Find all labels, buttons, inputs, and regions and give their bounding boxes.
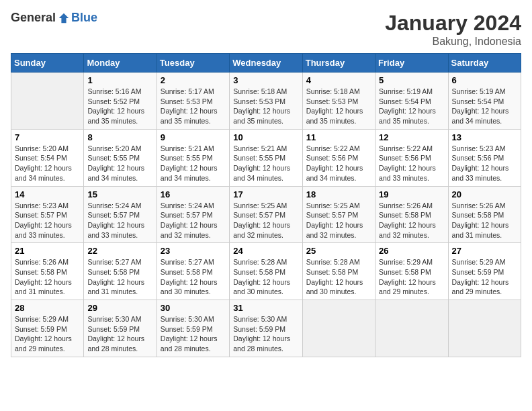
- calendar-header: SundayMondayTuesdayWednesdayThursdayFrid…: [11, 54, 521, 73]
- calendar-cell: 17Sunrise: 5:25 AM Sunset: 5:57 PM Dayli…: [230, 186, 302, 243]
- day-info: Sunrise: 5:27 AM Sunset: 5:58 PM Dayligh…: [161, 257, 226, 297]
- calendar-cell: 16Sunrise: 5:24 AM Sunset: 5:57 PM Dayli…: [157, 186, 229, 243]
- day-number: 22: [87, 246, 152, 256]
- calendar-cell: 31Sunrise: 5:30 AM Sunset: 5:59 PM Dayli…: [230, 300, 302, 357]
- day-number: 30: [161, 303, 226, 313]
- week-row-4: 21Sunrise: 5:26 AM Sunset: 5:58 PM Dayli…: [11, 243, 521, 300]
- day-number: 20: [452, 189, 517, 199]
- day-info: Sunrise: 5:24 AM Sunset: 5:57 PM Dayligh…: [161, 201, 226, 240]
- calendar-cell: 5Sunrise: 5:19 AM Sunset: 5:54 PM Daylig…: [375, 73, 448, 130]
- calendar-cell: 29Sunrise: 5:30 AM Sunset: 5:59 PM Dayli…: [84, 300, 157, 357]
- day-info: Sunrise: 5:25 AM Sunset: 5:57 PM Dayligh…: [233, 201, 298, 240]
- day-info: Sunrise: 5:25 AM Sunset: 5:57 PM Dayligh…: [306, 201, 371, 240]
- calendar-cell: 10Sunrise: 5:21 AM Sunset: 5:55 PM Dayli…: [230, 129, 302, 186]
- calendar-cell: 1Sunrise: 5:16 AM Sunset: 5:52 PM Daylig…: [84, 73, 157, 130]
- day-info: Sunrise: 5:19 AM Sunset: 5:54 PM Dayligh…: [379, 87, 444, 126]
- day-number: 7: [15, 132, 80, 142]
- calendar-cell: 14Sunrise: 5:23 AM Sunset: 5:57 PM Dayli…: [11, 186, 84, 243]
- subtitle: Bakung, Indonesia: [385, 36, 521, 48]
- day-number: 6: [452, 75, 517, 85]
- day-info: Sunrise: 5:23 AM Sunset: 5:57 PM Dayligh…: [15, 201, 80, 240]
- header-tuesday: Tuesday: [157, 54, 229, 73]
- day-number: 3: [233, 75, 298, 85]
- day-info: Sunrise: 5:28 AM Sunset: 5:58 PM Dayligh…: [306, 257, 371, 297]
- day-info: Sunrise: 5:30 AM Sunset: 5:59 PM Dayligh…: [161, 314, 226, 354]
- calendar-cell: 3Sunrise: 5:18 AM Sunset: 5:53 PM Daylig…: [230, 73, 302, 130]
- week-row-1: 1Sunrise: 5:16 AM Sunset: 5:52 PM Daylig…: [11, 73, 521, 130]
- day-number: 10: [233, 132, 298, 142]
- calendar-cell: 26Sunrise: 5:29 AM Sunset: 5:58 PM Dayli…: [375, 243, 448, 300]
- day-number: 26: [379, 246, 444, 256]
- day-info: Sunrise: 5:17 AM Sunset: 5:53 PM Dayligh…: [161, 87, 226, 126]
- day-info: Sunrise: 5:26 AM Sunset: 5:58 PM Dayligh…: [15, 257, 80, 297]
- day-info: Sunrise: 5:18 AM Sunset: 5:53 PM Dayligh…: [233, 87, 298, 126]
- calendar-cell: 25Sunrise: 5:28 AM Sunset: 5:58 PM Dayli…: [302, 243, 375, 300]
- day-info: Sunrise: 5:22 AM Sunset: 5:56 PM Dayligh…: [379, 144, 444, 183]
- calendar-cell: 23Sunrise: 5:27 AM Sunset: 5:58 PM Dayli…: [157, 243, 229, 300]
- day-number: 18: [306, 189, 371, 199]
- day-number: 27: [452, 246, 517, 256]
- day-info: Sunrise: 5:26 AM Sunset: 5:58 PM Dayligh…: [379, 201, 444, 240]
- calendar-cell: [302, 300, 375, 357]
- calendar-cell: 27Sunrise: 5:29 AM Sunset: 5:59 PM Dayli…: [448, 243, 521, 300]
- day-info: Sunrise: 5:19 AM Sunset: 5:54 PM Dayligh…: [452, 87, 517, 126]
- title-block: January 2024 Bakung, Indonesia: [385, 11, 521, 48]
- logo-icon: [58, 12, 70, 24]
- header-wednesday: Wednesday: [230, 54, 302, 73]
- calendar-cell: 11Sunrise: 5:22 AM Sunset: 5:56 PM Dayli…: [302, 129, 375, 186]
- day-number: 2: [161, 75, 226, 85]
- calendar-cell: 12Sunrise: 5:22 AM Sunset: 5:56 PM Dayli…: [375, 129, 448, 186]
- day-info: Sunrise: 5:29 AM Sunset: 5:58 PM Dayligh…: [379, 257, 444, 297]
- calendar-cell: 20Sunrise: 5:26 AM Sunset: 5:58 PM Dayli…: [448, 186, 521, 243]
- day-info: Sunrise: 5:24 AM Sunset: 5:57 PM Dayligh…: [87, 201, 152, 240]
- calendar-cell: 19Sunrise: 5:26 AM Sunset: 5:58 PM Dayli…: [375, 186, 448, 243]
- day-info: Sunrise: 5:21 AM Sunset: 5:55 PM Dayligh…: [233, 144, 298, 183]
- header: General Blue January 2024 Bakung, Indone…: [11, 11, 521, 48]
- day-number: 13: [452, 132, 517, 142]
- day-number: 9: [161, 132, 226, 142]
- day-info: Sunrise: 5:30 AM Sunset: 5:59 PM Dayligh…: [87, 314, 152, 354]
- day-info: Sunrise: 5:20 AM Sunset: 5:54 PM Dayligh…: [15, 144, 80, 183]
- logo: General Blue: [11, 11, 97, 25]
- day-info: Sunrise: 5:28 AM Sunset: 5:58 PM Dayligh…: [233, 257, 298, 297]
- header-monday: Monday: [84, 54, 157, 73]
- calendar-cell: 24Sunrise: 5:28 AM Sunset: 5:58 PM Dayli…: [230, 243, 302, 300]
- calendar-cell: 22Sunrise: 5:27 AM Sunset: 5:58 PM Dayli…: [84, 243, 157, 300]
- day-info: Sunrise: 5:29 AM Sunset: 5:59 PM Dayligh…: [15, 314, 80, 354]
- calendar-cell: 6Sunrise: 5:19 AM Sunset: 5:54 PM Daylig…: [448, 73, 521, 130]
- calendar-cell: 8Sunrise: 5:20 AM Sunset: 5:55 PM Daylig…: [84, 129, 157, 186]
- day-info: Sunrise: 5:20 AM Sunset: 5:55 PM Dayligh…: [87, 144, 152, 183]
- calendar-cell: 13Sunrise: 5:23 AM Sunset: 5:56 PM Dayli…: [448, 129, 521, 186]
- calendar-cell: [375, 300, 448, 357]
- day-number: 19: [379, 189, 444, 199]
- day-number: 24: [233, 246, 298, 256]
- day-info: Sunrise: 5:22 AM Sunset: 5:56 PM Dayligh…: [306, 144, 371, 183]
- week-row-2: 7Sunrise: 5:20 AM Sunset: 5:54 PM Daylig…: [11, 129, 521, 186]
- day-number: 16: [161, 189, 226, 199]
- calendar-cell: 2Sunrise: 5:17 AM Sunset: 5:53 PM Daylig…: [157, 73, 229, 130]
- calendar-cell: 7Sunrise: 5:20 AM Sunset: 5:54 PM Daylig…: [11, 129, 84, 186]
- day-number: 8: [87, 132, 152, 142]
- calendar-table: SundayMondayTuesdayWednesdayThursdayFrid…: [11, 53, 521, 357]
- day-number: 23: [161, 246, 226, 256]
- day-number: 29: [87, 303, 152, 313]
- calendar-cell: 9Sunrise: 5:21 AM Sunset: 5:55 PM Daylig…: [157, 129, 229, 186]
- logo-blue: Blue: [71, 11, 97, 25]
- day-number: 17: [233, 189, 298, 199]
- day-number: 25: [306, 246, 371, 256]
- day-info: Sunrise: 5:18 AM Sunset: 5:53 PM Dayligh…: [306, 87, 371, 126]
- week-row-3: 14Sunrise: 5:23 AM Sunset: 5:57 PM Dayli…: [11, 186, 521, 243]
- day-number: 28: [15, 303, 80, 313]
- day-info: Sunrise: 5:30 AM Sunset: 5:59 PM Dayligh…: [233, 314, 298, 354]
- day-info: Sunrise: 5:29 AM Sunset: 5:59 PM Dayligh…: [452, 257, 517, 297]
- day-info: Sunrise: 5:16 AM Sunset: 5:52 PM Dayligh…: [87, 87, 152, 126]
- calendar-cell: 15Sunrise: 5:24 AM Sunset: 5:57 PM Dayli…: [84, 186, 157, 243]
- day-number: 12: [379, 132, 444, 142]
- week-row-5: 28Sunrise: 5:29 AM Sunset: 5:59 PM Dayli…: [11, 300, 521, 357]
- calendar-cell: 30Sunrise: 5:30 AM Sunset: 5:59 PM Dayli…: [157, 300, 229, 357]
- calendar-cell: 28Sunrise: 5:29 AM Sunset: 5:59 PM Dayli…: [11, 300, 84, 357]
- calendar-cell: 4Sunrise: 5:18 AM Sunset: 5:53 PM Daylig…: [302, 73, 375, 130]
- day-number: 15: [87, 189, 152, 199]
- day-number: 5: [379, 75, 444, 85]
- header-thursday: Thursday: [302, 54, 375, 73]
